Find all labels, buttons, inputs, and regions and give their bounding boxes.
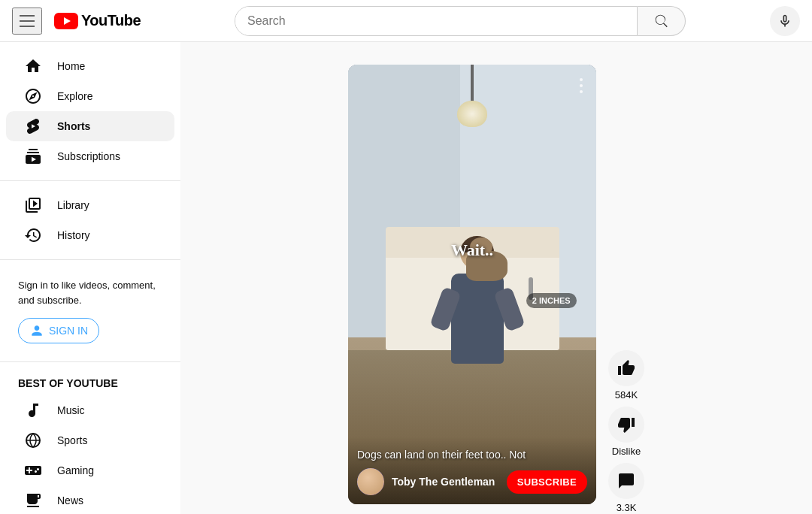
youtube-logo[interactable]: YouTube bbox=[54, 12, 141, 29]
youtube-logo-icon bbox=[54, 13, 78, 29]
inches-badge: 2 INCHES bbox=[526, 293, 577, 308]
menu-button[interactable] bbox=[12, 8, 42, 35]
sidebar-item-label: Explore bbox=[57, 90, 92, 102]
thumbs-down-icon bbox=[617, 416, 635, 434]
sidebar-divider bbox=[0, 180, 180, 181]
channel-name: Toby The Gentleman bbox=[392, 476, 499, 488]
sidebar-item-music[interactable]: Music bbox=[6, 395, 174, 425]
sidebar-divider-2 bbox=[0, 259, 180, 260]
header-left: YouTube bbox=[12, 8, 192, 35]
like-button[interactable]: 584K bbox=[608, 350, 644, 401]
subscribe-button[interactable]: SUBSCRIBE bbox=[507, 470, 587, 494]
pendant-light bbox=[457, 65, 487, 125]
signin-section: Sign in to like videos, comment, and sub… bbox=[0, 269, 180, 352]
shorts-actions: 584K Dislike 3.3K bbox=[608, 65, 644, 514]
music-icon bbox=[24, 401, 42, 419]
sidebar-item-history[interactable]: History bbox=[6, 220, 174, 250]
sidebar-item-shorts[interactable]: Shorts bbox=[6, 111, 174, 141]
video-caption: Dogs can land on their feet too.. Not bbox=[357, 449, 587, 461]
home-icon bbox=[24, 57, 42, 75]
dislike-label: Dislike bbox=[612, 446, 641, 457]
video-overlay-text: Wait.. bbox=[451, 240, 493, 260]
mic-icon bbox=[777, 14, 792, 29]
sidebar: Home Explore Shorts Subscriptions Librar… bbox=[0, 42, 180, 514]
dislike-button[interactable]: Dislike bbox=[608, 407, 644, 457]
sidebar-item-library[interactable]: Library bbox=[6, 190, 174, 220]
more-options-button[interactable] bbox=[575, 74, 587, 98]
search-input-wrap bbox=[235, 6, 638, 36]
comments-button[interactable]: 3.3K bbox=[608, 463, 644, 513]
thumbs-up-icon bbox=[617, 359, 635, 377]
avatar-image bbox=[357, 468, 384, 495]
shorts-container: Wait.. 2 INCHES Dogs can land on their f… bbox=[348, 65, 644, 514]
subscriptions-icon bbox=[24, 147, 42, 165]
signin-button-label: SIGN IN bbox=[49, 325, 88, 337]
sidebar-item-label: Subscriptions bbox=[57, 150, 120, 162]
signin-button[interactable]: SIGN IN bbox=[18, 318, 99, 343]
like-icon-wrap bbox=[608, 350, 644, 386]
comments-count: 3.3K bbox=[617, 502, 637, 513]
sidebar-divider-3 bbox=[0, 361, 180, 362]
sidebar-item-gaming[interactable]: Gaming bbox=[6, 455, 174, 485]
sidebar-item-news[interactable]: News bbox=[6, 485, 174, 514]
sidebar-item-home[interactable]: Home bbox=[6, 51, 174, 81]
person-icon bbox=[29, 323, 44, 338]
like-count: 584K bbox=[615, 389, 638, 401]
dot-1 bbox=[580, 78, 583, 81]
sidebar-item-label: Gaming bbox=[57, 464, 94, 476]
search-button[interactable] bbox=[638, 6, 686, 36]
person bbox=[451, 274, 504, 364]
history-icon bbox=[24, 226, 42, 244]
sidebar-item-explore[interactable]: Explore bbox=[6, 81, 174, 111]
sidebar-item-label: Home bbox=[57, 60, 85, 72]
shorts-icon bbox=[24, 117, 42, 135]
video-bottom-overlay: Dogs can land on their feet too.. Not To… bbox=[348, 437, 596, 504]
sidebar-item-label: History bbox=[57, 229, 90, 241]
comment-icon bbox=[617, 472, 635, 490]
sidebar-item-subscriptions[interactable]: Subscriptions bbox=[6, 141, 174, 171]
sidebar-item-sports[interactable]: Sports bbox=[6, 425, 174, 455]
channel-avatar bbox=[357, 468, 384, 495]
comments-icon-wrap bbox=[608, 463, 644, 499]
sports-icon bbox=[24, 431, 42, 449]
dot-2 bbox=[580, 84, 583, 87]
sidebar-item-label: Shorts bbox=[57, 120, 90, 132]
signin-prompt-text: Sign in to like videos, comment, and sub… bbox=[18, 278, 162, 307]
mic-button[interactable] bbox=[770, 6, 800, 36]
main-content: Wait.. 2 INCHES Dogs can land on their f… bbox=[180, 42, 812, 514]
gaming-icon bbox=[24, 461, 42, 479]
dot-3 bbox=[580, 90, 583, 93]
sidebar-item-label: News bbox=[57, 494, 83, 506]
sidebar-item-label: Music bbox=[57, 404, 85, 416]
search-bar bbox=[235, 6, 686, 36]
header: YouTube bbox=[0, 0, 812, 42]
search-icon bbox=[654, 14, 669, 29]
sidebar-item-label: Sports bbox=[57, 434, 87, 446]
sidebar-item-label: Library bbox=[57, 199, 89, 211]
best-of-youtube-title: BEST OF YOUTUBE bbox=[0, 371, 180, 395]
dislike-icon-wrap bbox=[608, 407, 644, 443]
news-icon bbox=[24, 491, 42, 509]
explore-icon bbox=[24, 87, 42, 105]
header-right bbox=[770, 6, 800, 36]
channel-row: Toby The Gentleman SUBSCRIBE bbox=[357, 468, 587, 495]
search-input[interactable] bbox=[235, 7, 637, 35]
youtube-logo-text: YouTube bbox=[81, 12, 141, 29]
shorts-video-player[interactable]: Wait.. 2 INCHES Dogs can land on their f… bbox=[348, 65, 596, 504]
library-icon bbox=[24, 196, 42, 214]
